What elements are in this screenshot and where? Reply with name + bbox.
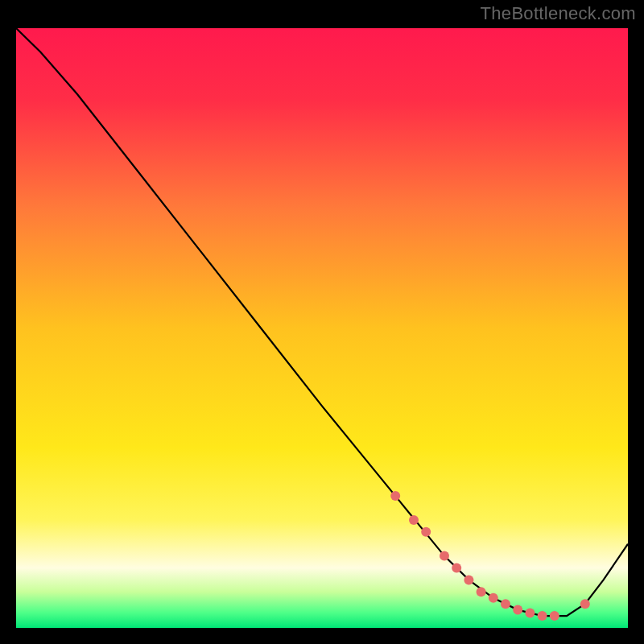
highlight-dot <box>550 611 559 621</box>
highlight-dot <box>464 575 473 584</box>
highlight-dot <box>477 587 486 597</box>
highlight-dot <box>452 564 461 573</box>
highlight-dot <box>440 551 449 561</box>
attribution-label: TheBottleneck.com <box>481 3 636 24</box>
highlight-dot <box>421 527 431 537</box>
highlight-dot <box>525 608 535 617</box>
plot-frame <box>16 28 628 628</box>
highlight-dot <box>390 491 400 501</box>
highlight-dot <box>409 515 419 525</box>
highlight-dot <box>538 611 547 621</box>
highlight-dot <box>580 599 590 609</box>
chart-container: TheBottleneck.com <box>0 0 644 644</box>
highlight-dot <box>489 593 498 603</box>
highlight-dot <box>513 605 522 615</box>
highlight-dot <box>501 599 510 609</box>
plot-svg <box>16 28 628 628</box>
gradient-background <box>16 28 628 628</box>
